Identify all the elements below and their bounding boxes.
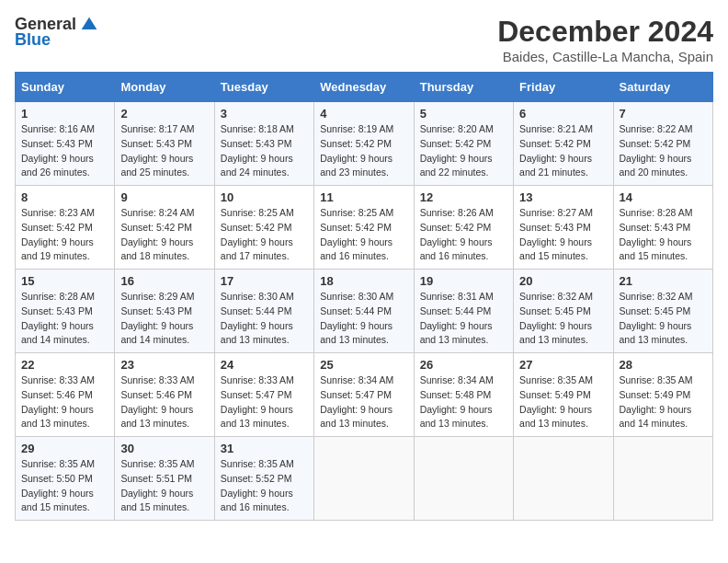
day-header-wednesday: Wednesday [314, 73, 414, 102]
calendar-cell: 16 Sunrise: 8:29 AMSunset: 5:43 PMDaylig… [115, 270, 214, 353]
day-number: 15 [21, 274, 108, 288]
day-number: 5 [420, 107, 507, 121]
day-number: 22 [21, 358, 108, 372]
day-number: 1 [21, 107, 108, 121]
calendar-cell: 13 Sunrise: 8:27 AMSunset: 5:43 PMDaylig… [514, 186, 613, 270]
svg-marker-0 [82, 17, 97, 29]
day-info: Sunrise: 8:30 AMSunset: 5:44 PMDaylight:… [221, 291, 294, 345]
day-number: 8 [21, 190, 108, 204]
page-header: General Blue December 2024 Baides, Casti… [15, 15, 713, 64]
calendar-cell: 3 Sunrise: 8:18 AMSunset: 5:43 PMDayligh… [214, 102, 313, 186]
calendar-cell: 22 Sunrise: 8:33 AMSunset: 5:46 PMDaylig… [16, 353, 115, 437]
day-info: Sunrise: 8:29 AMSunset: 5:43 PMDaylight:… [120, 291, 194, 345]
day-info: Sunrise: 8:28 AMSunset: 5:43 PMDaylight:… [21, 291, 95, 345]
day-info: Sunrise: 8:32 AMSunset: 5:45 PMDaylight:… [519, 291, 593, 345]
calendar-cell: 26 Sunrise: 8:34 AMSunset: 5:48 PMDaylig… [414, 353, 513, 437]
calendar-cell: 31 Sunrise: 8:35 AMSunset: 5:52 PMDaylig… [214, 437, 313, 521]
calendar-cell: 15 Sunrise: 8:28 AMSunset: 5:43 PMDaylig… [16, 270, 115, 353]
day-number: 9 [120, 190, 208, 204]
calendar-cell: 1 Sunrise: 8:16 AMSunset: 5:43 PMDayligh… [16, 102, 115, 186]
calendar-cell: 19 Sunrise: 8:31 AMSunset: 5:44 PMDaylig… [414, 270, 513, 353]
day-number: 16 [120, 274, 208, 288]
calendar-cell: 2 Sunrise: 8:17 AMSunset: 5:43 PMDayligh… [115, 102, 214, 186]
calendar-cell: 17 Sunrise: 8:30 AMSunset: 5:44 PMDaylig… [214, 270, 313, 353]
day-info: Sunrise: 8:28 AMSunset: 5:43 PMDaylight:… [620, 207, 693, 261]
calendar-cell: 11 Sunrise: 8:25 AMSunset: 5:42 PMDaylig… [314, 186, 414, 270]
month-title: December 2024 [497, 15, 713, 49]
day-info: Sunrise: 8:26 AMSunset: 5:42 PMDaylight:… [420, 207, 494, 261]
calendar-cell: 21 Sunrise: 8:32 AMSunset: 5:45 PMDaylig… [613, 270, 712, 353]
day-info: Sunrise: 8:18 AMSunset: 5:43 PMDaylight:… [221, 123, 294, 178]
day-number: 13 [519, 190, 607, 204]
day-info: Sunrise: 8:16 AMSunset: 5:43 PMDaylight:… [21, 123, 95, 178]
calendar-cell: 29 Sunrise: 8:35 AMSunset: 5:50 PMDaylig… [16, 437, 115, 521]
calendar-week-row: 22 Sunrise: 8:33 AMSunset: 5:46 PMDaylig… [16, 353, 713, 437]
day-number: 17 [221, 274, 308, 288]
day-number: 4 [320, 107, 407, 121]
day-info: Sunrise: 8:33 AMSunset: 5:46 PMDaylight:… [21, 374, 95, 429]
day-info: Sunrise: 8:22 AMSunset: 5:42 PMDaylight:… [620, 123, 693, 178]
day-number: 24 [221, 358, 308, 372]
calendar-cell [514, 437, 613, 521]
day-info: Sunrise: 8:21 AMSunset: 5:42 PMDaylight:… [519, 123, 593, 178]
calendar-cell: 30 Sunrise: 8:35 AMSunset: 5:51 PMDaylig… [115, 437, 214, 521]
day-number: 18 [320, 274, 407, 288]
day-info: Sunrise: 8:19 AMSunset: 5:42 PMDaylight:… [320, 123, 393, 178]
calendar-cell: 20 Sunrise: 8:32 AMSunset: 5:45 PMDaylig… [514, 270, 613, 353]
day-header-sunday: Sunday [16, 73, 115, 102]
day-info: Sunrise: 8:35 AMSunset: 5:50 PMDaylight:… [21, 458, 95, 512]
day-info: Sunrise: 8:33 AMSunset: 5:46 PMDaylight:… [120, 374, 194, 429]
day-number: 29 [21, 442, 108, 455]
day-number: 19 [420, 274, 507, 288]
logo-icon [80, 16, 98, 34]
day-number: 26 [420, 358, 507, 372]
day-header-tuesday: Tuesday [214, 73, 313, 102]
day-info: Sunrise: 8:32 AMSunset: 5:45 PMDaylight:… [620, 291, 693, 345]
day-number: 25 [320, 358, 407, 372]
day-number: 12 [420, 190, 507, 204]
day-number: 10 [221, 190, 308, 204]
calendar-cell: 7 Sunrise: 8:22 AMSunset: 5:42 PMDayligh… [613, 102, 712, 186]
day-header-monday: Monday [115, 73, 214, 102]
day-number: 30 [120, 442, 208, 455]
calendar-cell: 4 Sunrise: 8:19 AMSunset: 5:42 PMDayligh… [314, 102, 414, 186]
calendar-cell: 12 Sunrise: 8:26 AMSunset: 5:42 PMDaylig… [414, 186, 513, 270]
calendar-cell: 9 Sunrise: 8:24 AMSunset: 5:42 PMDayligh… [115, 186, 214, 270]
day-number: 7 [620, 107, 707, 121]
day-number: 20 [519, 274, 607, 288]
day-header-thursday: Thursday [414, 73, 513, 102]
calendar-table: SundayMondayTuesdayWednesdayThursdayFrid… [15, 72, 713, 521]
day-info: Sunrise: 8:25 AMSunset: 5:42 PMDaylight:… [320, 207, 393, 261]
day-info: Sunrise: 8:35 AMSunset: 5:49 PMDaylight:… [620, 374, 693, 429]
day-info: Sunrise: 8:35 AMSunset: 5:49 PMDaylight:… [519, 374, 593, 429]
day-info: Sunrise: 8:35 AMSunset: 5:52 PMDaylight:… [221, 458, 294, 512]
day-number: 31 [221, 442, 308, 455]
title-block: December 2024 Baides, Castille-La Mancha… [497, 15, 713, 64]
day-info: Sunrise: 8:17 AMSunset: 5:43 PMDaylight:… [120, 123, 194, 178]
day-info: Sunrise: 8:34 AMSunset: 5:47 PMDaylight:… [320, 374, 393, 429]
calendar-cell: 18 Sunrise: 8:30 AMSunset: 5:44 PMDaylig… [314, 270, 414, 353]
day-info: Sunrise: 8:24 AMSunset: 5:42 PMDaylight:… [120, 207, 194, 261]
day-info: Sunrise: 8:23 AMSunset: 5:42 PMDaylight:… [21, 207, 95, 261]
day-number: 6 [519, 107, 607, 121]
day-info: Sunrise: 8:30 AMSunset: 5:44 PMDaylight:… [320, 291, 393, 345]
day-info: Sunrise: 8:33 AMSunset: 5:47 PMDaylight:… [221, 374, 294, 429]
day-number: 14 [620, 190, 707, 204]
calendar-header-row: SundayMondayTuesdayWednesdayThursdayFrid… [16, 73, 713, 102]
calendar-week-row: 15 Sunrise: 8:28 AMSunset: 5:43 PMDaylig… [16, 270, 713, 353]
calendar-week-row: 1 Sunrise: 8:16 AMSunset: 5:43 PMDayligh… [16, 102, 713, 186]
calendar-cell: 28 Sunrise: 8:35 AMSunset: 5:49 PMDaylig… [613, 353, 712, 437]
calendar-week-row: 8 Sunrise: 8:23 AMSunset: 5:42 PMDayligh… [16, 186, 713, 270]
day-header-friday: Friday [514, 73, 613, 102]
day-number: 11 [320, 190, 407, 204]
calendar-cell [314, 437, 414, 521]
day-number: 2 [120, 107, 208, 121]
calendar-cell: 14 Sunrise: 8:28 AMSunset: 5:43 PMDaylig… [613, 186, 712, 270]
day-info: Sunrise: 8:31 AMSunset: 5:44 PMDaylight:… [420, 291, 494, 345]
calendar-cell [414, 437, 513, 521]
logo: General Blue [15, 15, 98, 50]
day-info: Sunrise: 8:27 AMSunset: 5:43 PMDaylight:… [519, 207, 593, 261]
calendar-cell: 10 Sunrise: 8:25 AMSunset: 5:42 PMDaylig… [214, 186, 313, 270]
calendar-cell: 24 Sunrise: 8:33 AMSunset: 5:47 PMDaylig… [214, 353, 313, 437]
day-header-saturday: Saturday [613, 73, 712, 102]
